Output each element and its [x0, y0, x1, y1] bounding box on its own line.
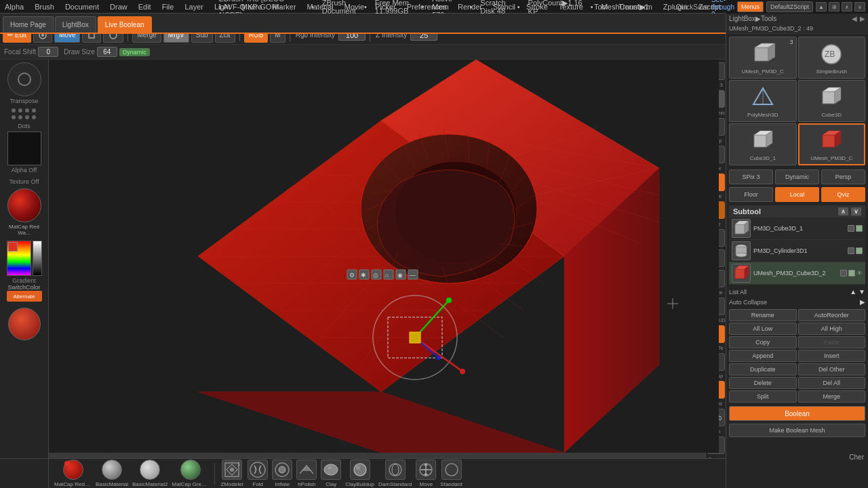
focal-shift-value[interactable]: 0 — [38, 47, 58, 57]
lightbox-arrow[interactable]: ◀ — [852, 15, 857, 22]
append-btn[interactable]: Append — [729, 350, 797, 362]
subtool-cylinder[interactable]: PM3D_Cylinder3D1 — [729, 240, 865, 262]
matcap-green-material[interactable]: MatCap GreenCl... — [172, 460, 209, 487]
polymesh3d-thumb[interactable]: PolyMesh3D — [729, 80, 797, 122]
menu-file[interactable]: File — [160, 3, 176, 11]
icon-4[interactable]: ∨ — [854, 2, 865, 12]
list-all-dn-arrow[interactable]: ▼ — [859, 288, 865, 296]
simplebrush-thumb-label: SimpleBrush — [816, 68, 847, 75]
bottom-material-sphere[interactable] — [8, 308, 41, 340]
simplebrush-thumb[interactable]: ZB SimpleBrush — [798, 37, 866, 79]
menu-brush[interactable]: Brush — [33, 3, 56, 11]
transpose-widget: Transpose — [3, 62, 45, 104]
zmodeler-tool[interactable]: 1 ZModeler — [220, 460, 243, 487]
tool-count-1: 3 — [789, 39, 793, 45]
auto-collapse-arrow-icon[interactable]: ▶ — [860, 298, 865, 306]
floor-side-btn[interactable]: Floor — [729, 187, 773, 202]
auto-collapse-arrow[interactable]: ▶ — [860, 298, 865, 306]
merge-sub-btn[interactable]: Merge — [798, 390, 866, 403]
qviz-side-btn[interactable]: Qviz — [821, 187, 865, 202]
insert-btn[interactable]: Insert — [798, 350, 866, 362]
move-tool[interactable]: Move — [416, 460, 436, 487]
duplicate-btn[interactable]: Duplicate — [729, 363, 797, 375]
toggle-c[interactable] — [848, 247, 854, 254]
svg-rect-94 — [755, 47, 768, 61]
umesh-pm3d-thumb[interactable]: 3 UMesh_PM3D_C — [729, 37, 797, 79]
copy-btn[interactable]: Copy — [729, 336, 797, 348]
quicksave-btn[interactable]: QuickSave — [676, 3, 709, 11]
toggle-b[interactable] — [856, 225, 863, 232]
toggle-f[interactable] — [848, 270, 855, 277]
subtool-umesh-toggles: 👁 — [840, 270, 863, 277]
list-all-arrows[interactable]: ▲ ▼ — [850, 288, 865, 296]
menus-btn[interactable]: Menus — [737, 1, 764, 12]
subtool-collapse-btn[interactable]: ∧ — [838, 207, 848, 216]
switch-color-label[interactable]: SwitchColor — [7, 284, 40, 291]
menu-edit[interactable]: Edit — [136, 3, 153, 11]
list-all-up-arrow[interactable]: ▲ — [850, 288, 856, 296]
auto-reorder-btn[interactable]: AutoReorder — [798, 309, 866, 321]
local-side-btn[interactable]: Local — [775, 187, 819, 202]
subtool-cylinder-name: PM3D_Cylinder3D1 — [753, 247, 845, 254]
hpolish-tool[interactable]: hPolish — [296, 460, 317, 487]
tab-lightbox[interactable]: LightBox — [55, 16, 96, 33]
draw-size-value[interactable]: 64 — [97, 47, 117, 57]
main-viewport[interactable]: ⚙ ✱ ◎ ⌂ ◉ — — [49, 60, 719, 453]
split-btn[interactable]: Split — [729, 390, 797, 403]
transpose-icon[interactable] — [7, 62, 41, 96]
basic-material2[interactable]: BasicMaterial2 — [132, 460, 167, 487]
menu-alpha[interactable]: Alpha — [3, 3, 26, 11]
standard-tool[interactable]: Standard — [440, 460, 462, 487]
inflate-tool[interactable]: Inflate — [272, 460, 292, 487]
make-boolean-mesh-btn[interactable]: Make Boolean Mesh — [729, 424, 865, 437]
material-sphere[interactable] — [7, 188, 41, 222]
damstandard-tool[interactable]: DamStandard — [378, 460, 412, 487]
claybuildup-tool[interactable]: ClayBuildup — [345, 460, 374, 487]
tab-live-boolean[interactable]: Live Boolean — [98, 16, 152, 33]
svg-rect-63 — [410, 332, 420, 343]
menu-draw[interactable]: Draw — [108, 3, 130, 11]
hpolish-label: hPolish — [298, 481, 315, 487]
eye-icon[interactable]: 👁 — [856, 270, 863, 277]
persp-side-btn[interactable]: Persp — [821, 169, 865, 184]
basic-material[interactable]: BasicMaterial — [96, 460, 128, 487]
menu-document[interactable]: Document — [63, 3, 101, 11]
toggle-a[interactable] — [848, 225, 854, 232]
color-picker[interactable] — [7, 241, 42, 276]
dynamic-label[interactable]: Dynamic — [119, 48, 150, 56]
menu-layer[interactable]: Layer — [182, 3, 205, 11]
rename-btn[interactable]: Rename — [729, 309, 797, 321]
del-other-btn[interactable]: Del Other — [798, 363, 866, 375]
icon-2[interactable]: ⊞ — [829, 2, 840, 12]
delete-btn[interactable]: Delete — [729, 377, 797, 389]
toggle-e[interactable] — [840, 270, 847, 277]
alpha-preview[interactable] — [7, 131, 41, 165]
spix-side-btn[interactable]: SPix 3 — [729, 169, 773, 184]
icon-1[interactable]: ▲ — [816, 2, 827, 12]
svg-rect-108 — [823, 135, 835, 147]
toggle-d[interactable] — [856, 247, 863, 254]
subtool-umesh-cube[interactable]: UMesh_PM3D_Cube3D_2 👁 — [729, 262, 865, 285]
dynamic-side-btn[interactable]: Dynamic — [775, 169, 819, 184]
del-all-btn[interactable]: Del All — [798, 377, 866, 389]
subtool-pm3d-cube[interactable]: PM3D_Cube3D_1 — [729, 218, 865, 240]
all-high-btn[interactable]: All High — [798, 323, 866, 335]
all-low-btn[interactable]: All Low — [729, 323, 797, 335]
matcap-red-material[interactable]: MatCap Red Wa... — [54, 460, 92, 487]
subtool-section: Subtool ∧ ∨ PM3D_Cube3D_1 — [726, 203, 868, 287]
lightbox-arrow2[interactable]: ▶ — [860, 15, 865, 22]
paste-btn[interactable]: Paste — [798, 336, 866, 348]
alternate-button[interactable]: Alternate — [7, 291, 42, 302]
boolean-btn[interactable]: Boolean — [729, 406, 865, 421]
svg-text:◉: ◉ — [397, 272, 403, 279]
umesh-pm3d-c-thumb[interactable]: UMesh_PM3D_C — [798, 123, 866, 165]
tab-home-page[interactable]: Home Page — [3, 16, 54, 33]
icon-3[interactable]: ∧ — [842, 2, 852, 12]
default-zscript-btn[interactable]: DefaultZScript — [766, 1, 813, 12]
fold-tool[interactable]: Fold — [248, 460, 268, 487]
cube3d1-thumb[interactable]: Cube3D_1 — [729, 123, 797, 165]
umesh-pm3d-c-label: UMesh_PM3D_C — [810, 155, 852, 161]
subtool-expand-btn[interactable]: ∨ — [851, 207, 861, 216]
clay-tool[interactable]: Clay — [321, 460, 341, 487]
cube3d-thumb[interactable]: Cube3D — [798, 80, 866, 122]
